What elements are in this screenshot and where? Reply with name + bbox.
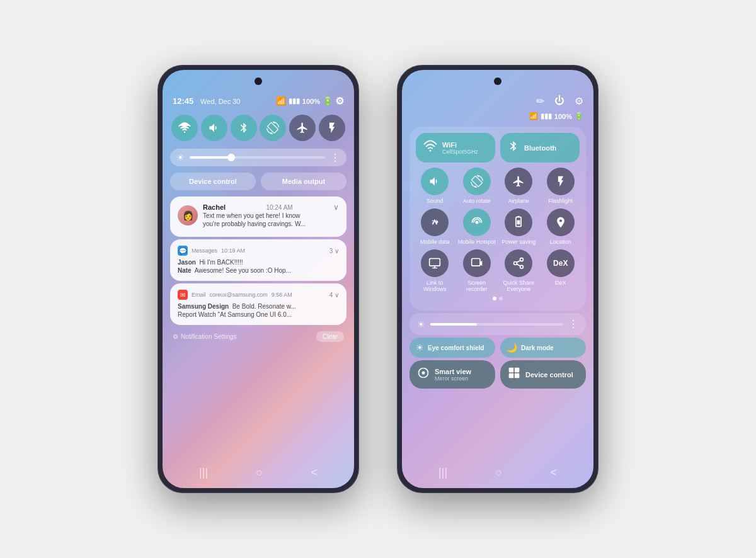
- nav-home-2[interactable]: ○: [495, 466, 502, 479]
- battery-icon-2: 🔋: [575, 112, 583, 120]
- page-dots: [416, 293, 580, 304]
- eye-comfort-btn[interactable]: ☀ Eye comfort shield: [410, 338, 495, 358]
- screen-recorder-tile[interactable]: Screen recorder: [458, 249, 496, 293]
- wifi-tile-icon: [423, 139, 437, 156]
- wifi-toggle[interactable]: [171, 115, 198, 141]
- media-output-btn[interactable]: Media output: [261, 173, 346, 190]
- qp-header: ✏ ⏻ ⚙: [402, 70, 593, 112]
- dex-icon: DeX: [547, 249, 575, 277]
- dot-2: [499, 297, 503, 300]
- settings-icon-2[interactable]: ⚙: [575, 95, 583, 107]
- svg-rect-7: [430, 258, 440, 266]
- quick-share-icon: [505, 249, 532, 277]
- nav-back-2[interactable]: <: [550, 466, 557, 479]
- edit-icon[interactable]: ✏: [536, 95, 544, 107]
- battery-icon-1: 🔋: [323, 96, 333, 106]
- mobiledata-tile[interactable]: ↕ Mobile data: [416, 208, 454, 246]
- brightness-more-icon[interactable]: ⋮: [330, 152, 340, 164]
- moon-icon: 🌙: [507, 343, 517, 353]
- hotspot-tile-icon: [463, 208, 491, 236]
- wifi-tile[interactable]: WiFi CellSpot5GHz: [416, 133, 495, 162]
- powersaving-tile-icon: [505, 208, 532, 236]
- qp-brightness-bar[interactable]: ☀ ⋮: [410, 313, 586, 335]
- power-icon[interactable]: ⏻: [554, 95, 564, 107]
- bottom-nav-2: ||| ○ <: [402, 457, 593, 488]
- quick-share-tile[interactable]: Quick Share Everyone: [500, 249, 538, 293]
- status-right-1: 📶 ▮▮▮ 100% 🔋 ⚙: [276, 95, 344, 107]
- qp-brightness-more[interactable]: ⋮: [568, 318, 578, 330]
- sound-toggle[interactable]: [201, 115, 227, 141]
- location-tile-icon: [547, 208, 575, 236]
- screen-recorder-icon: [463, 249, 491, 277]
- battery-2: 100%: [554, 113, 572, 120]
- wifi-tile-text: WiFi CellSpot5GHz: [442, 141, 478, 155]
- autorotate-toggle[interactable]: [260, 115, 286, 141]
- hotspot-tile[interactable]: Mobile Hotspot: [458, 208, 496, 246]
- dex-tile[interactable]: DeX DeX: [542, 249, 580, 293]
- link-windows-tile[interactable]: Link to Windows: [416, 249, 454, 293]
- autorotate-tile[interactable]: Auto rotate: [458, 168, 496, 205]
- brightness-track-1[interactable]: [190, 156, 325, 159]
- dark-mode-btn[interactable]: 🌙 Dark mode: [500, 338, 586, 358]
- settings-gear-icon: ⚙: [173, 333, 178, 340]
- sound-tile[interactable]: Sound: [416, 168, 454, 205]
- quick-toggles-1: [163, 110, 354, 146]
- location-tile[interactable]: Location: [542, 208, 580, 246]
- smart-view-text: Smart view Mirror screen: [435, 368, 471, 382]
- nav-home-1[interactable]: ○: [256, 466, 263, 479]
- nav-recent-1[interactable]: |||: [199, 466, 208, 479]
- smart-view-tile[interactable]: Smart view Mirror screen: [410, 360, 495, 389]
- airplane-toggle[interactable]: [289, 115, 316, 141]
- notification-email[interactable]: ✉ Email coreux@samsung.com 9:56 AM 4 ∨ S…: [170, 283, 346, 325]
- camera-notch-2: [494, 77, 501, 85]
- autorotate-tile-icon: [463, 168, 491, 195]
- smart-view-icon: [417, 367, 430, 382]
- qp-brightness-track[interactable]: [430, 323, 563, 326]
- flashlight-tile-icon: [547, 168, 575, 195]
- battery-percent-1: 100%: [302, 98, 320, 105]
- device-control-icon: [508, 367, 520, 382]
- powersaving-tile[interactable]: Power saving: [500, 208, 538, 246]
- svg-point-14: [422, 372, 425, 375]
- sound-tile-icon: [421, 168, 449, 195]
- action-buttons: Device control Media output: [163, 169, 354, 194]
- device-control-btn[interactable]: Device control: [170, 173, 256, 190]
- notification-settings-link[interactable]: ⚙ Notification Settings: [173, 333, 236, 340]
- notif-footer: ⚙ Notification Settings Clear: [163, 327, 354, 346]
- mobiledata-tile-icon: ↕: [421, 208, 449, 236]
- svg-rect-5: [518, 216, 520, 217]
- bluetooth-tile-icon: [508, 140, 519, 155]
- comfort-row: ☀ Eye comfort shield 🌙 Dark mode: [410, 338, 586, 358]
- airplane-tile[interactable]: Airplane: [500, 168, 538, 205]
- brightness-bar-1[interactable]: ☀ ⋮: [170, 149, 346, 166]
- clear-button[interactable]: Clear: [316, 331, 344, 342]
- device-control-tile[interactable]: Device control: [500, 360, 586, 389]
- bluetooth-tile[interactable]: Bluetooth: [500, 133, 580, 162]
- flashlight-toggle[interactable]: [319, 115, 345, 141]
- notification-rachel[interactable]: 👩 Rachel 10:24 AM ∨ Text me when you get…: [170, 196, 346, 237]
- svg-point-1: [430, 150, 432, 152]
- brightness-icon-2: ☀: [417, 319, 425, 329]
- cell-signal-icon: ▮▮▮: [289, 97, 300, 105]
- nav-recent-2[interactable]: |||: [438, 466, 447, 479]
- svg-point-0: [184, 131, 186, 133]
- link-windows-icon: [421, 249, 449, 277]
- phone-notification: 12:45 Wed, Dec 30 📶 ▮▮▮ 100% 🔋 ⚙: [158, 65, 359, 493]
- status-bar-1: 12:45 Wed, Dec 30 📶 ▮▮▮ 100% 🔋 ⚙: [163, 70, 354, 110]
- notification-messages[interactable]: 💬 Messages 10:19 AM 3 ∨ Jason Hi I'm BAC…: [170, 239, 346, 281]
- wifi-signal-icon: 📶: [276, 96, 286, 106]
- settings-icon-1[interactable]: ⚙: [335, 95, 344, 107]
- svg-text:↕: ↕: [431, 217, 435, 225]
- brightness-icon-1: ☀: [176, 152, 185, 162]
- nav-back-1[interactable]: <: [311, 466, 318, 479]
- flashlight-tile[interactable]: Flashlight: [542, 168, 580, 205]
- bluetooth-tile-text: Bluetooth: [524, 144, 556, 152]
- bluetooth-toggle[interactable]: [231, 115, 257, 141]
- airplane-tile-icon: [505, 168, 532, 195]
- svg-rect-8: [471, 258, 479, 266]
- email-app-icon: ✉: [178, 290, 188, 300]
- svg-rect-15: [509, 368, 514, 373]
- rachel-avatar: 👩: [178, 205, 198, 225]
- svg-rect-18: [515, 373, 520, 379]
- qp-tiles-container: WiFi CellSpot5GHz Bluetooth: [410, 127, 586, 310]
